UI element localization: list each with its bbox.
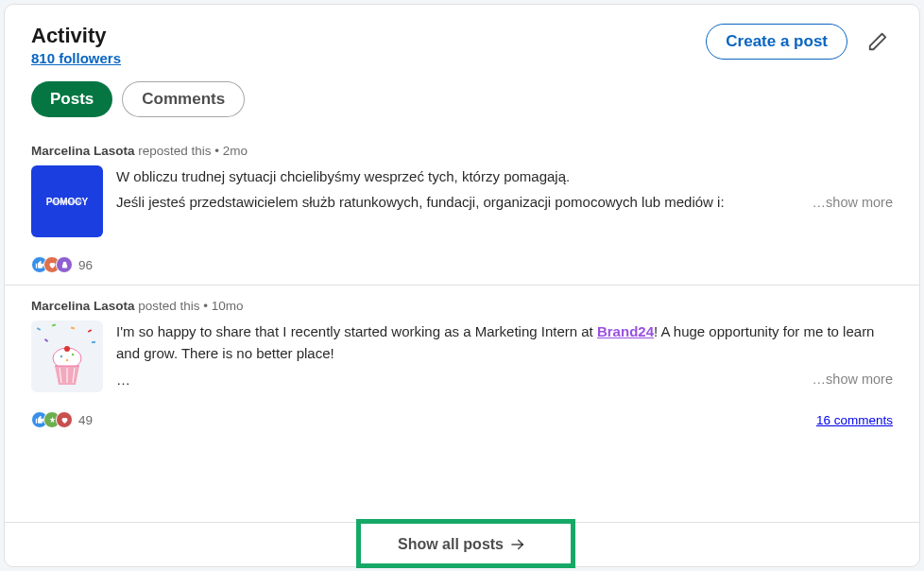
reaction-icons bbox=[31, 256, 73, 273]
show-all-posts-button[interactable]: Show all posts bbox=[398, 536, 526, 553]
post-line1: I'm so happy to share that I recently st… bbox=[116, 320, 893, 365]
arrow-right-icon bbox=[509, 536, 526, 553]
post-thumbnail[interactable] bbox=[31, 320, 103, 392]
reaction-icons bbox=[31, 411, 73, 428]
svg-rect-13 bbox=[92, 341, 95, 344]
post-ellipsis: … bbox=[116, 369, 130, 390]
post-meta: Marcelina Lasota posted this • 10mo bbox=[31, 299, 893, 313]
reactions-row: 49 16 comments bbox=[31, 411, 893, 428]
svg-rect-9 bbox=[52, 323, 56, 326]
reaction-count: 49 bbox=[78, 413, 93, 427]
show-all-label: Show all posts bbox=[398, 536, 504, 553]
post-line1: W obliczu trudnej sytuacji chcielibyśmy … bbox=[116, 165, 893, 187]
post-line2: Jeśli jesteś przedstawicielem służb ratu… bbox=[116, 191, 725, 213]
post-time: 10mo bbox=[212, 299, 244, 313]
post-meta: Marcelina Lasota reposted this • 2mo bbox=[31, 144, 893, 158]
post-item: Marcelina Lasota reposted this • 2mo POT… bbox=[5, 130, 919, 285]
svg-rect-10 bbox=[71, 327, 75, 330]
svg-point-7 bbox=[66, 359, 68, 361]
header-right: Create a post bbox=[706, 24, 893, 60]
post-thumbnail[interactable]: POTRZEBUJESZ POMOCY bbox=[31, 165, 103, 237]
post-text: I'm so happy to share that I recently st… bbox=[116, 320, 893, 392]
post-body[interactable]: POTRZEBUJESZ POMOCY W obliczu trudnej sy… bbox=[31, 165, 893, 237]
svg-point-6 bbox=[72, 354, 74, 355]
activity-card: Activity 810 followers Create a post Pos… bbox=[4, 4, 920, 567]
tab-comments[interactable]: Comments bbox=[122, 81, 245, 117]
comments-link[interactable]: 16 comments bbox=[816, 413, 893, 427]
svg-point-5 bbox=[60, 355, 62, 357]
tabs: Posts Comments bbox=[5, 74, 919, 130]
svg-rect-8 bbox=[37, 327, 41, 331]
brand-link[interactable]: Brand24 bbox=[597, 323, 654, 339]
reactions-row: 96 bbox=[31, 256, 893, 273]
edit-button[interactable] bbox=[863, 26, 893, 57]
reactions[interactable]: 96 bbox=[31, 256, 93, 273]
svg-rect-11 bbox=[88, 329, 92, 333]
post-item: Marcelina Lasota posted this • 10mo bbox=[5, 285, 919, 440]
reaction-count: 96 bbox=[78, 258, 93, 272]
post-body[interactable]: I'm so happy to share that I recently st… bbox=[31, 320, 893, 392]
footer: Show all posts bbox=[5, 522, 919, 566]
show-more-link[interactable]: …show more bbox=[813, 369, 893, 389]
create-post-button[interactable]: Create a post bbox=[706, 24, 847, 60]
post-author[interactable]: Marcelina Lasota bbox=[31, 144, 135, 158]
pencil-icon bbox=[867, 31, 888, 52]
tab-posts[interactable]: Posts bbox=[31, 81, 112, 117]
header-left: Activity 810 followers bbox=[31, 24, 121, 66]
love-icon bbox=[56, 411, 73, 428]
header: Activity 810 followers Create a post bbox=[5, 5, 919, 74]
cupcake-icon bbox=[48, 345, 86, 387]
post-author[interactable]: Marcelina Lasota bbox=[31, 299, 135, 313]
followers-link[interactable]: 810 followers bbox=[31, 50, 121, 66]
section-title: Activity bbox=[31, 24, 121, 48]
thumb-label: POMOCY bbox=[46, 197, 88, 207]
support-icon bbox=[56, 256, 73, 273]
svg-rect-12 bbox=[44, 338, 48, 342]
show-more-link[interactable]: …show more bbox=[813, 192, 893, 213]
post-time: 2mo bbox=[223, 144, 248, 158]
post-action: posted this bbox=[138, 299, 199, 313]
post-action: reposted this bbox=[138, 144, 211, 158]
reactions[interactable]: 49 bbox=[31, 411, 93, 428]
confetti-icon bbox=[33, 322, 101, 351]
post-text: W obliczu trudnej sytuacji chcielibyśmy … bbox=[116, 165, 893, 237]
